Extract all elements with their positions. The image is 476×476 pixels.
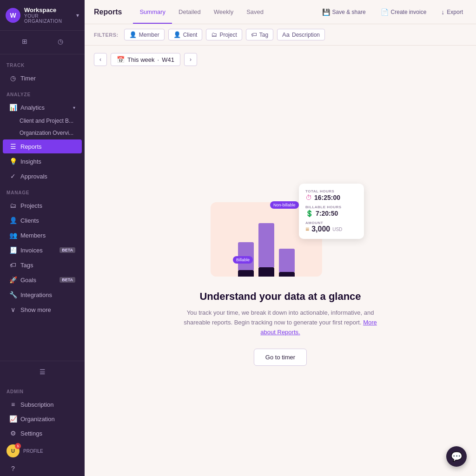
empty-state-description: You track your time, we break it down in… [178,308,383,337]
sidebar-item-subscription[interactable]: ≡ Subscription [3,397,82,411]
invoices-label: Invoices [20,247,56,254]
billable-hours-value: 7:20:50 [316,210,338,217]
amount-value: 3,000 [311,225,330,233]
analytics-label: Analytics [20,104,69,111]
integrations-label: Integrations [20,291,75,298]
sidebar-item-integrations[interactable]: 🔧 Integrations [3,288,82,302]
sidebar-item-invoices[interactable]: 🧾 Invoices BETA [3,243,82,257]
insights-label: Insights [20,158,75,165]
illustration: Non-billable Billable TOTAL HOURS ⏱ 16:2… [197,184,364,277]
create-invoice-icon: 📄 [381,8,389,16]
tab-detailed[interactable]: Detailed [172,1,207,24]
create-invoice-button[interactable]: 📄 Create invoice [377,6,430,18]
filter-description-button[interactable]: Aa Description [277,29,325,40]
profile-row[interactable]: U 1 PROFILE [0,441,85,461]
clients-label: Clients [20,217,75,224]
workspace-logo: W [6,8,20,23]
empty-state: Non-billable Billable TOTAL HOURS ⏱ 16:2… [85,73,476,476]
sidebar-item-timer[interactable]: ◷ Timer [3,71,82,85]
approvals-label: Approvals [20,173,75,180]
members-icon: 👥 [9,231,17,239]
tags-label: Tags [20,262,75,269]
save-share-label: Save & share [332,9,366,15]
export-button[interactable]: ↓ Export [437,6,467,18]
sidebar-item-organization[interactable]: 📈 Organization [3,412,82,426]
save-share-button[interactable]: 💾 Save & share [318,6,370,18]
filter-tag-label: Tag [259,32,268,38]
sidebar-item-goals[interactable]: 🚀 Goals BETA [3,273,82,287]
sidebar-item-tags[interactable]: 🏷 Tags [3,258,82,272]
total-hours-row: TOTAL HOURS ⏱ 16:25:00 [305,189,357,201]
total-hours-icon: ⏱ [305,194,312,201]
sidebar-item-analytics[interactable]: 📊 Analytics ▾ [3,100,82,114]
goals-badge: BETA [60,277,75,283]
timer-label: Timer [20,75,75,82]
clients-icon: 👤 [9,217,17,224]
sidebar-item-settings[interactable]: ⚙ Settings [3,426,82,440]
workspace-org: YOUR ORGANIZATION [24,13,73,24]
filter-description-label: Description [292,32,320,38]
invoices-badge: BETA [60,247,75,253]
amount-row: AMOUNT ≡ 3,000 USD [305,221,357,233]
subscription-label: Subscription [20,401,75,408]
create-invoice-label: Create invoice [391,9,427,15]
workspace-info: Workspace YOUR ORGANIZATION [24,7,73,24]
client-filter-icon: 👤 [173,31,181,38]
projects-icon: 🗂 [9,202,17,209]
reports-icon: ☰ [9,143,17,150]
sidebar-item-client-project[interactable]: Client and Project B... [3,115,82,126]
filter-tag-button[interactable]: 🏷 Tag [246,29,273,40]
main-content: Reports Summary Detailed Weekly Saved 💾 … [85,0,476,476]
filters-label: FILTERS: [94,32,119,38]
prev-week-button[interactable]: ‹ [94,53,107,66]
show-more-label: Show more [20,306,75,313]
sidebar-item-help[interactable]: ? [3,462,82,476]
empty-state-title: Understand your data at a glance [199,291,361,303]
invoices-icon: 🧾 [9,246,17,254]
tab-summary[interactable]: Summary [133,1,172,24]
filter-project-label: Project [219,32,237,38]
sidebar-item-clients[interactable]: 👤 Clients [3,213,82,227]
filters-bar: FILTERS: 👤 Member 👤 Client 🗂 Project 🏷 T… [85,24,476,46]
export-icon: ↓ [441,8,444,16]
org-overview-label: Organization Overvi... [20,130,73,136]
settings-icon: ⚙ [9,430,17,437]
week-number: W41 [162,56,174,63]
track-section-label: TRACK [0,56,85,71]
sidebar-item-org-overview[interactable]: Organization Overvi... [3,127,82,139]
goals-icon: 🚀 [9,276,17,284]
sidebar-home-icon[interactable]: ⊞ [18,34,32,48]
topbar: Reports Summary Detailed Weekly Saved 💾 … [85,0,476,24]
sidebar-item-reports[interactable]: ☰ Reports [3,139,82,153]
member-filter-icon: 👤 [129,31,137,38]
notifications-icon[interactable]: ☰ [35,365,49,379]
description-filter-icon: Aa [282,31,290,38]
filter-member-button[interactable]: 👤 Member [124,29,165,40]
sidebar-item-insights[interactable]: 💡 Insights [3,154,82,168]
sidebar-item-show-more[interactable]: ∨ Show more [3,303,82,317]
project-filter-icon: 🗂 [211,31,217,38]
help-icon: ? [9,465,17,472]
workspace-name: Workspace [24,7,73,13]
workspace-header[interactable]: W Workspace YOUR ORGANIZATION ▾ [0,0,85,31]
filter-project-button[interactable]: 🗂 Project [206,29,242,40]
tab-weekly[interactable]: Weekly [207,1,240,24]
tab-saved[interactable]: Saved [240,1,270,24]
filter-client-button[interactable]: 👤 Client [168,29,203,40]
tag-filter-icon: 🏷 [251,31,257,38]
sidebar-timer-icon[interactable]: ◷ [53,34,67,48]
date-range-label: This week [127,56,155,63]
sidebar-item-approvals[interactable]: ✓ Approvals [3,169,82,183]
integrations-icon: 🔧 [9,291,17,298]
date-range-selector[interactable]: 📅 This week · W41 [111,53,180,66]
next-week-button[interactable]: › [184,53,197,66]
sidebar: W Workspace YOUR ORGANIZATION ▾ ⊞ ◷ TRAC… [0,0,85,476]
chat-button[interactable]: 💬 [446,446,467,467]
sidebar-item-projects[interactable]: 🗂 Projects [3,198,82,212]
billable-tooltip: Billable [233,256,253,264]
go-to-timer-button[interactable]: Go to timer [254,349,307,366]
sidebar-item-members[interactable]: 👥 Members [3,228,82,242]
members-label: Members [20,232,75,239]
approvals-icon: ✓ [9,172,17,180]
client-project-label: Client and Project B... [20,118,73,124]
